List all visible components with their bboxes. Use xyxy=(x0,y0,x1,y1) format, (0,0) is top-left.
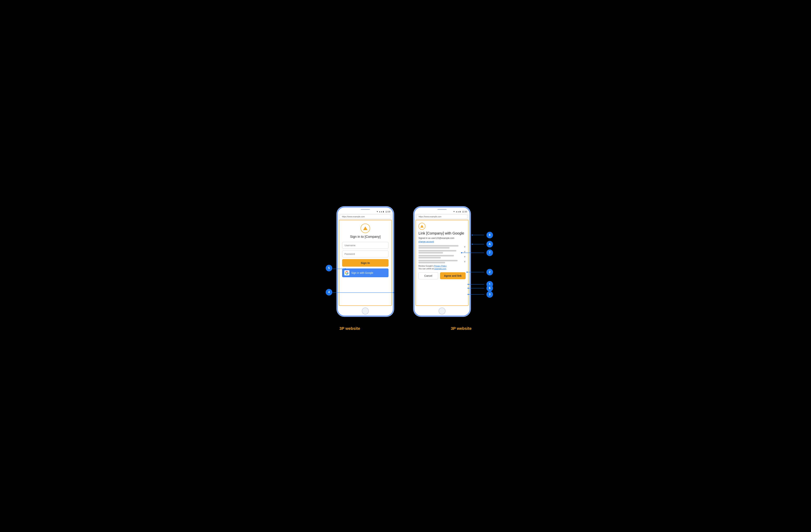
google-signin-button[interactable]: Sign in with Google xyxy=(342,269,388,277)
phone-home-area xyxy=(338,306,393,316)
chevron-icon-3[interactable]: ∨ xyxy=(464,255,465,258)
link-title: Link [Company] with Google xyxy=(418,231,465,235)
home-button[interactable] xyxy=(362,307,369,315)
agree-link-button[interactable]: Agree and link xyxy=(440,272,465,279)
phone-speaker xyxy=(361,209,370,210)
unlink-text: You can unlink at example.com xyxy=(418,268,465,270)
home-button-right[interactable] xyxy=(439,307,445,315)
logo-triangle-icon xyxy=(363,226,368,230)
annotation-7: 7 xyxy=(486,249,493,256)
svg-point-5 xyxy=(472,234,473,235)
sign-in-title: Sign in to [Company] xyxy=(342,235,388,239)
logo-triangle-right-icon xyxy=(420,225,424,228)
phone-speaker-right xyxy=(438,209,447,210)
annotation-A: A xyxy=(486,241,493,247)
screen-content-left: Sign in to [Company] Sign In xyxy=(339,220,392,306)
url-bar-left[interactable]: https://www.example.com xyxy=(339,215,391,218)
permission-row-2: ∨ xyxy=(418,250,465,254)
status-bar: ▼ ▲▲ ▮ 12:30 xyxy=(338,211,393,213)
wifi-icon: ▼ xyxy=(377,211,378,213)
annotation-3: 3 xyxy=(486,291,493,298)
chevron-icon-1[interactable]: ∨ xyxy=(464,245,465,248)
company-logo-right xyxy=(418,223,425,230)
permission-row-4: ∨ xyxy=(418,260,465,263)
annotation-8: 8 xyxy=(486,232,493,238)
battery-icon-right: ▮ xyxy=(460,211,461,213)
left-phone-label: 3P website xyxy=(339,326,360,331)
perm-line xyxy=(418,262,445,263)
svg-point-7 xyxy=(472,244,473,245)
battery-icon: ▮ xyxy=(383,211,384,213)
permission-row-1: ∨ xyxy=(418,245,465,248)
right-phone: ▼ ▲▲ ▮ 12:30 https://www.example.com xyxy=(414,207,470,316)
signed-in-text: Signed in as user123@example.com xyxy=(418,237,465,240)
unlink-link[interactable]: example.com xyxy=(434,268,446,270)
annotation-5: 5 xyxy=(326,265,332,271)
policy-text: Review Google's Privacy Policy xyxy=(418,265,465,267)
permission-row-3: ∨ xyxy=(418,255,465,258)
privacy-policy-link[interactable]: Privacy Policy xyxy=(434,265,446,267)
chevron-icon-2[interactable]: ∨ xyxy=(464,250,465,253)
company-logo xyxy=(342,224,388,233)
cancel-button[interactable]: Cancel xyxy=(418,272,438,279)
signal-icon-right: ▲▲ xyxy=(456,211,459,213)
change-account-link[interactable]: change account xyxy=(418,240,434,243)
left-phone: ▼ ▲▲ ▮ 12:30 https://www.example.com xyxy=(337,207,394,316)
status-time: 12:30 xyxy=(385,211,391,213)
signal-icon: ▲▲ xyxy=(379,211,382,213)
perm-line xyxy=(418,247,449,248)
phone-home-area-right xyxy=(414,306,470,316)
perm-line xyxy=(418,260,458,261)
right-phone-label: 3P website xyxy=(451,326,472,331)
password-input[interactable] xyxy=(342,250,388,257)
google-icon xyxy=(344,270,349,275)
perm-line xyxy=(418,250,456,252)
perm-line xyxy=(418,255,454,256)
perm-line xyxy=(418,257,441,258)
google-btn-label: Sign in with Google xyxy=(351,271,373,274)
screen-content-right: Link [Company] with Google Signed in as … xyxy=(415,220,469,306)
chevron-icon-4[interactable]: ∨ xyxy=(464,260,465,263)
url-bar-right[interactable]: https://www.example.com xyxy=(416,215,468,218)
annotation-2: 2 xyxy=(486,269,493,275)
wifi-icon-right: ▼ xyxy=(453,211,455,213)
status-bar-right: ▼ ▲▲ ▮ 12:30 xyxy=(414,211,470,213)
action-buttons: Cancel Agree and link xyxy=(418,272,465,279)
perm-line xyxy=(418,245,458,246)
annotation-6: 6 xyxy=(486,285,493,291)
sign-in-button[interactable]: Sign In xyxy=(342,259,388,267)
annotation-4: 4 xyxy=(326,289,332,295)
status-time-right: 12:30 xyxy=(462,211,467,213)
browser-bar: https://www.example.com xyxy=(338,213,393,220)
browser-bar-right: https://www.example.com xyxy=(414,213,470,220)
perm-line xyxy=(418,252,443,254)
username-input[interactable] xyxy=(342,242,388,249)
